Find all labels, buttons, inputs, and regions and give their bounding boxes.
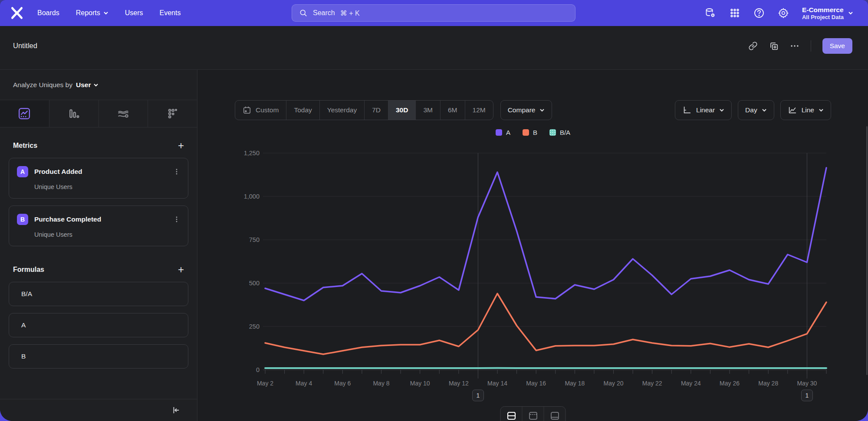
formula-card[interactable]: A <box>9 313 188 337</box>
svg-text:250: 250 <box>249 323 260 330</box>
insights-chart-icon <box>18 107 31 120</box>
tab-funnels[interactable] <box>49 100 99 127</box>
nav-item-users[interactable]: Users <box>125 9 143 17</box>
flows-icon <box>117 107 130 120</box>
chart-view-icon <box>549 411 560 421</box>
chart-type-tabs <box>0 100 197 127</box>
analyze-row: Analyze Uniques by User <box>0 70 197 100</box>
tab-flows[interactable] <box>99 100 148 127</box>
analyze-entity-value: User <box>76 81 91 89</box>
metric-card-b[interactable]: B Purchase Completed Unique Users <box>9 206 188 246</box>
metric-measure[interactable]: Unique Users <box>9 177 188 190</box>
save-button[interactable]: Save <box>822 38 852 54</box>
tab-insights[interactable] <box>0 100 49 127</box>
search-input[interactable]: Search ⌘ + K <box>292 4 575 22</box>
table-view-icon <box>528 411 538 421</box>
metric-measure[interactable]: Unique Users <box>9 225 188 238</box>
duplicate-icon[interactable] <box>769 41 779 51</box>
metric-letter-badge: A <box>17 166 28 177</box>
nav-item-boards[interactable]: Boards <box>37 9 59 17</box>
svg-text:0: 0 <box>256 366 260 373</box>
top-nav: Boards Reports Users Events Search ⌘ + K <box>0 0 868 26</box>
search-shortcut: ⌘ + K <box>340 9 360 17</box>
chevron-down-icon <box>848 10 853 16</box>
svg-text:May 24: May 24 <box>681 380 701 387</box>
project-selector[interactable]: E-Commerce All Project Data <box>802 6 853 21</box>
svg-text:May 30: May 30 <box>797 380 817 387</box>
chevron-down-icon <box>93 82 99 88</box>
nav-item-reports[interactable]: Reports <box>76 9 108 17</box>
analyze-prefix-label: Analyze Uniques by <box>13 81 72 89</box>
svg-text:May 28: May 28 <box>758 380 778 387</box>
svg-text:750: 750 <box>249 236 260 243</box>
metric-name: Purchase Completed <box>34 215 167 223</box>
svg-text:May 4: May 4 <box>296 380 312 387</box>
nav-right: E-Commerce All Project Data <box>705 0 853 26</box>
nav-items: Boards Reports Users Events <box>37 9 181 17</box>
query-sidebar: Analyze Uniques by User <box>0 70 197 421</box>
svg-text:1,000: 1,000 <box>244 193 260 200</box>
metric-menu-icon[interactable] <box>173 168 180 175</box>
add-metric-button[interactable]: + <box>178 140 184 151</box>
view-toggle-chart[interactable] <box>544 407 566 421</box>
svg-text:1,250: 1,250 <box>244 150 260 157</box>
view-toggle <box>500 406 566 421</box>
data-sources-icon[interactable] <box>705 7 716 19</box>
svg-text:May 16: May 16 <box>526 380 546 387</box>
analyze-entity-dropdown[interactable]: User <box>76 81 99 89</box>
more-ellipsis-icon[interactable] <box>790 41 799 51</box>
svg-text:May 10: May 10 <box>410 380 430 387</box>
help-icon[interactable] <box>753 7 765 19</box>
project-name: E-Commerce <box>802 6 844 14</box>
svg-text:May 22: May 22 <box>642 380 662 387</box>
add-formula-button[interactable]: + <box>178 264 184 275</box>
metric-card-a[interactable]: A Product Added Unique Users <box>9 158 188 199</box>
svg-text:May 18: May 18 <box>565 380 585 387</box>
nav-item-reports-label: Reports <box>76 9 100 17</box>
view-toggle-table[interactable] <box>523 407 544 421</box>
scrollbar[interactable] <box>866 126 868 375</box>
tab-retention[interactable] <box>148 100 197 127</box>
metrics-header: Metrics + <box>0 140 197 151</box>
search-label: Search <box>313 9 335 17</box>
svg-text:May 6: May 6 <box>334 380 351 387</box>
report-actions: Save <box>748 38 852 54</box>
report-canvas: Custom Today Yesterday 7D 30D 3M 6M 12M … <box>198 70 868 421</box>
metric-menu-icon[interactable] <box>173 216 180 223</box>
metric-letter-badge: B <box>17 214 28 225</box>
nav-item-events[interactable]: Events <box>160 9 181 17</box>
collapse-sidebar-icon[interactable] <box>171 405 181 415</box>
svg-text:1: 1 <box>477 392 480 399</box>
split-view-icon <box>506 411 516 421</box>
svg-text:May 26: May 26 <box>720 380 740 387</box>
metric-name: Product Added <box>34 168 167 176</box>
divider <box>811 40 811 52</box>
mixpanel-logo-icon[interactable] <box>10 6 24 20</box>
formula-card[interactable]: B <box>9 344 188 369</box>
sidebar-footer <box>0 399 197 421</box>
svg-text:1: 1 <box>806 392 809 399</box>
project-scope: All Project Data <box>802 14 844 21</box>
apps-grid-icon[interactable] <box>729 7 740 19</box>
svg-text:May 12: May 12 <box>449 380 469 387</box>
svg-text:May 14: May 14 <box>487 380 507 387</box>
formulas-title: Formulas <box>13 266 44 274</box>
svg-text:May 20: May 20 <box>604 380 624 387</box>
svg-text:May 8: May 8 <box>373 380 389 387</box>
formulas-header: Formulas + <box>0 264 197 275</box>
search-icon <box>299 9 308 17</box>
app-window: Boards Reports Users Events Search ⌘ + K <box>0 0 868 421</box>
svg-text:May 2: May 2 <box>257 380 273 387</box>
line-chart[interactable]: 02505007501,0001,250May 2May 4May 6May 8… <box>198 70 868 421</box>
svg-text:500: 500 <box>249 280 260 287</box>
bar-chart-icon <box>67 107 80 120</box>
settings-gear-icon[interactable] <box>778 7 789 19</box>
formula-card[interactable]: B/A <box>9 282 188 306</box>
copy-link-icon[interactable] <box>748 41 758 51</box>
chevron-down-icon <box>103 10 108 16</box>
view-toggle-split[interactable] <box>501 407 523 421</box>
report-title[interactable]: Untitled <box>13 42 37 50</box>
report-header: Untitled Save <box>0 26 868 70</box>
retention-icon <box>166 107 179 120</box>
metrics-title: Metrics <box>13 142 37 150</box>
